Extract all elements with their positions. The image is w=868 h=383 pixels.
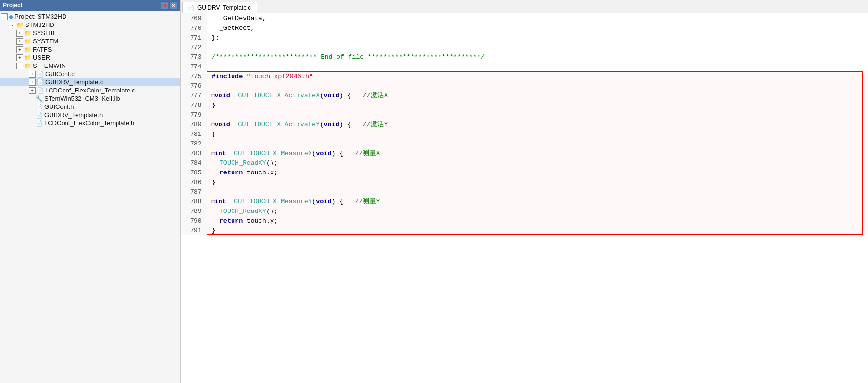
tree-item-guidrv-template-c[interactable]: + 📄 GUIDRV_Template.c <box>0 78 180 86</box>
tree-item-system[interactable]: + 📁 SYSTEM <box>0 37 180 45</box>
tab-file-icon: 📄 <box>188 5 194 11</box>
code-line-770: 770 _GetRect, <box>181 23 868 33</box>
line-number-778: 778 <box>181 100 207 110</box>
sidebar-tree: - ◆ Project: STM32HD - 📁 STM32HD + 📁 SYS… <box>0 11 180 383</box>
code-line-780: 780□void GUI_TOUCH_X_ActivateY(void) { /… <box>181 119 868 129</box>
file-icon-guidrv-template-h: 📄 <box>36 112 43 119</box>
line-number-776: 776 <box>181 81 207 91</box>
line-content-790: return touch.y; <box>207 216 868 225</box>
line-number-783: 783 <box>181 148 207 158</box>
line-number-784: 784 <box>181 158 207 168</box>
tree-item-st-emwin[interactable]: - 📁 ST_EMWIN <box>0 62 180 70</box>
code-table: 769 _GetDevData,770 _GetRect,771};772 77… <box>181 13 868 235</box>
code-line-786: 786} <box>181 177 868 187</box>
tree-expand-fatfs[interactable]: + <box>16 46 23 53</box>
tree-expand-user[interactable]: + <box>16 54 23 61</box>
tree-item-stm32hd[interactable]: - 📁 STM32HD <box>0 21 180 29</box>
tree-expand-stm32hd[interactable]: - <box>9 22 15 28</box>
line-number-788: 788 <box>181 197 207 206</box>
code-line-788: 788□int GUI_TOUCH_X_MeasureY(void) { //测… <box>181 197 868 206</box>
line-content-788: □int GUI_TOUCH_X_MeasureY(void) { //测量Y <box>207 197 868 206</box>
line-number-773: 773 <box>181 52 207 62</box>
fatfs-label: FATFS <box>33 46 52 53</box>
file-icon-guiconf-h: 📄 <box>36 104 43 110</box>
folder-icon-stm32hd: 📁 <box>16 22 24 28</box>
line-number-777: 777 <box>181 91 207 100</box>
tree-item-guiconf-h[interactable]: 📄 GUIConf.h <box>0 103 180 111</box>
line-number-789: 789 <box>181 206 207 216</box>
tree-expand-st-emwin[interactable]: - <box>16 63 23 69</box>
tree-item-user[interactable]: + 📁 USER <box>0 53 180 62</box>
st-emwin-label: ST_EMWIN <box>33 62 66 69</box>
code-line-784: 784 TOUCH_ReadXY(); <box>181 158 868 168</box>
code-line-771: 771}; <box>181 33 868 42</box>
tree-expand-lcdconf-flex-c[interactable]: + <box>29 87 36 94</box>
tree-item-guiconf-c[interactable]: + 📄 GUIConf.c <box>0 70 180 78</box>
line-content-776 <box>207 81 868 91</box>
code-line-772: 772 <box>181 42 868 52</box>
code-line-790: 790 return touch.y; <box>181 216 868 225</box>
project-icon: ◆ <box>9 13 13 20</box>
code-line-785: 785 return touch.x; <box>181 168 868 177</box>
tree-expand-guidrv-template-c[interactable]: + <box>29 79 36 86</box>
tree-expand-guiconf-c[interactable]: + <box>29 71 36 78</box>
stm32hd-label: STM32HD <box>25 21 54 28</box>
lcdconf-flex-c-label: LCDConf_FlexColor_Template.c <box>45 87 135 94</box>
sidebar-title: Project <box>3 2 23 9</box>
tab-bar: 📄 GUIDRV_Template.c <box>181 0 868 13</box>
lcdconf-flex-h-label: LCDConf_FlexColor_Template.h <box>44 119 134 127</box>
tree-expand-syslib[interactable]: + <box>16 30 23 37</box>
line-content-777: □void GUI_TOUCH_X_ActivateX(void) { //激活… <box>207 91 868 100</box>
line-content-775: #include "touch_xpt2046.h" <box>207 71 868 81</box>
tree-item-lcdconf-flex-h[interactable]: 📄 LCDConf_FlexColor_Template.h <box>0 119 180 127</box>
file-icon-lcdconf-flex-h: 📄 <box>36 120 43 127</box>
folder-icon-user: 📁 <box>24 54 31 61</box>
line-content-789: TOUCH_ReadXY(); <box>207 206 868 216</box>
file-icon-guiconf-c: 📄 <box>37 71 44 78</box>
line-content-791: } <box>207 225 868 235</box>
code-line-776: 776 <box>181 81 868 91</box>
sidebar-pin-button[interactable]: 📌 <box>161 1 168 9</box>
stemwin-lib-label: STemWin532_CM3_Keil.lib <box>44 95 120 102</box>
line-number-770: 770 <box>181 23 207 33</box>
tree-item-syslib[interactable]: + 📁 SYSLIB <box>0 29 180 37</box>
editor-tab-guidrv[interactable]: 📄 GUIDRV_Template.c <box>182 2 257 13</box>
tree-item-guidrv-template-h[interactable]: 📄 GUIDRV_Template.h <box>0 111 180 119</box>
user-label: USER <box>33 54 50 61</box>
code-line-789: 789 TOUCH_ReadXY(); <box>181 206 868 216</box>
line-content-782 <box>207 139 868 148</box>
code-container[interactable]: 769 _GetDevData,770 _GetRect,771};772 77… <box>181 13 868 383</box>
tree-item-stemwin-lib[interactable]: 🔧 STemWin532_CM3_Keil.lib <box>0 94 180 103</box>
line-content-774 <box>207 62 868 71</box>
tree-item-project-root[interactable]: - ◆ Project: STM32HD <box>0 13 180 21</box>
code-line-773: 773/************************** End of fi… <box>181 52 868 62</box>
line-number-775: 775 <box>181 71 207 81</box>
line-number-779: 779 <box>181 110 207 119</box>
code-line-769: 769 _GetDevData, <box>181 13 868 23</box>
file-icon-lcdconf-flex-c: 📄 <box>37 87 44 94</box>
tree-expand-project-root[interactable]: - <box>1 13 8 20</box>
folder-icon-fatfs: 📁 <box>24 46 31 53</box>
line-number-774: 774 <box>181 62 207 71</box>
line-number-780: 780 <box>181 119 207 129</box>
line-number-782: 782 <box>181 139 207 148</box>
line-content-785: return touch.x; <box>207 168 868 177</box>
tree-item-lcdconf-flex-c[interactable]: + 📄 LCDConf_FlexColor_Template.c <box>0 86 180 94</box>
guidrv-template-h-label: GUIDRV_Template.h <box>44 111 103 119</box>
line-content-787 <box>207 187 868 197</box>
line-number-786: 786 <box>181 177 207 187</box>
line-number-772: 772 <box>181 42 207 52</box>
line-number-785: 785 <box>181 168 207 177</box>
line-number-791: 791 <box>181 225 207 235</box>
code-line-782: 782 <box>181 139 868 148</box>
tree-expand-system[interactable]: + <box>16 38 23 45</box>
line-content-770: _GetRect, <box>207 23 868 33</box>
line-number-771: 771 <box>181 33 207 42</box>
tree-item-fatfs[interactable]: + 📁 FATFS <box>0 45 180 53</box>
line-content-778: } <box>207 100 868 110</box>
guidrv-template-c-label: GUIDRV_Template.c <box>45 79 103 86</box>
sidebar-close-button[interactable]: ✕ <box>169 1 177 9</box>
code-line-779: 779 <box>181 110 868 119</box>
line-content-781: } <box>207 129 868 139</box>
tab-label: GUIDRV_Template.c <box>197 4 251 11</box>
